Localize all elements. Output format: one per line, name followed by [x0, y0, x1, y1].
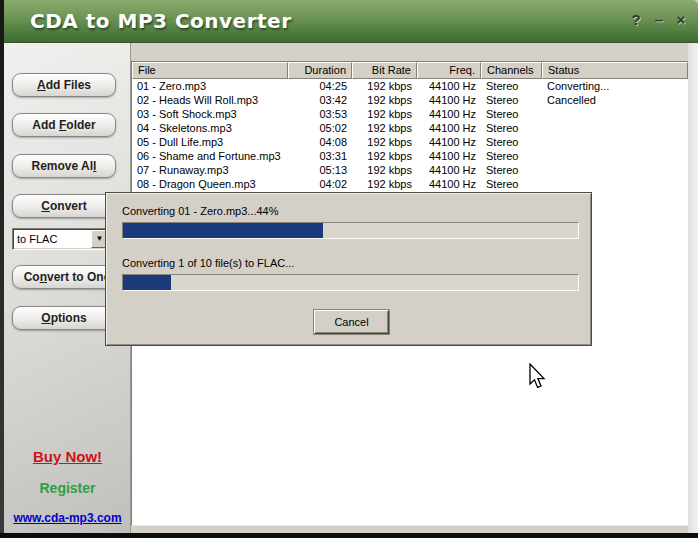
mouse-cursor-icon: [529, 363, 548, 392]
cell-duration: 04:02: [288, 177, 352, 191]
cell-freq-: 44100 Hz: [417, 121, 481, 135]
cell-status: [542, 135, 688, 149]
cell-channels: Stereo: [481, 149, 542, 163]
cell-freq-: 44100 Hz: [417, 135, 481, 149]
help-button[interactable]: ?: [627, 9, 645, 31]
cell-bit-rate: 192 kbps: [352, 121, 417, 135]
progress-fill: [123, 275, 171, 290]
cell-bit-rate: 192 kbps: [352, 79, 417, 93]
cell-duration: 03:31: [288, 149, 352, 163]
cell-file: 06 - Shame and Fortune.mp3: [132, 149, 288, 163]
column-header-freq-[interactable]: Freq.: [417, 62, 481, 79]
table-row[interactable]: 03 - Soft Shock.mp303:53192 kbps44100 Hz…: [132, 107, 688, 121]
cell-file: 07 - Runaway.mp3: [132, 163, 288, 177]
column-header-duration[interactable]: Duration: [288, 62, 352, 79]
register-link[interactable]: Register: [4, 480, 131, 496]
add-files-button[interactable]: Add Files: [12, 73, 116, 97]
current-file-progress-label: Converting 01 - Zero.mp3...44%: [122, 205, 279, 217]
table-row[interactable]: 04 - Skeletons.mp305:02192 kbps44100 HzS…: [132, 121, 688, 135]
cell-bit-rate: 192 kbps: [352, 149, 417, 163]
cancel-button[interactable]: Cancel: [314, 310, 389, 334]
output-format-value: to FLAC: [17, 231, 57, 247]
overall-progress-label: Converting 1 of 10 file(s) to FLAC...: [122, 257, 294, 269]
cell-duration: 05:02: [288, 121, 352, 135]
cell-freq-: 44100 Hz: [417, 107, 481, 121]
current-file-progress-bar: [122, 222, 579, 239]
cell-channels: Stereo: [481, 107, 542, 121]
table-row[interactable]: 06 - Shame and Fortune.mp303:31192 kbps4…: [132, 149, 688, 163]
app-window: CDA to MP3 Converter ? – × Add Files Add…: [0, 0, 698, 538]
column-header-channels[interactable]: Channels: [481, 62, 542, 79]
progress-dialog: Converting 01 - Zero.mp3...44% Convertin…: [105, 192, 592, 346]
cell-bit-rate: 192 kbps: [352, 135, 417, 149]
cell-channels: Stereo: [481, 93, 542, 107]
cell-status: [542, 177, 688, 191]
cell-duration: 03:42: [288, 93, 352, 107]
cell-freq-: 44100 Hz: [417, 149, 481, 163]
title-bar: CDA to MP3 Converter ? – ×: [0, 0, 698, 43]
convert-button[interactable]: Convert: [12, 194, 116, 218]
cell-status: [542, 149, 688, 163]
output-format-select[interactable]: to FLAC ▼: [12, 228, 110, 250]
cell-status: [542, 163, 688, 177]
buy-now-link[interactable]: Buy Now!: [4, 448, 131, 465]
close-button[interactable]: ×: [672, 9, 690, 31]
cell-file: 02 - Heads Will Roll.mp3: [132, 93, 288, 107]
cell-bit-rate: 192 kbps: [352, 93, 417, 107]
cell-freq-: 44100 Hz: [417, 79, 481, 93]
window-border-right: [688, 43, 698, 533]
cell-file: 05 - Dull Life.mp3: [132, 135, 288, 149]
cell-bit-rate: 192 kbps: [352, 163, 417, 177]
options-button[interactable]: Options: [12, 306, 116, 330]
cell-duration: 03:53: [288, 107, 352, 121]
cell-status: [542, 107, 688, 121]
cell-freq-: 44100 Hz: [417, 93, 481, 107]
remove-all-button[interactable]: Remove All: [12, 154, 116, 178]
cell-status: Converting...: [542, 79, 688, 93]
cell-duration: 04:25: [288, 79, 352, 93]
table-row[interactable]: 05 - Dull Life.mp304:08192 kbps44100 HzS…: [132, 135, 688, 149]
cell-channels: Stereo: [481, 135, 542, 149]
cell-status: [542, 121, 688, 135]
cell-status: Cancelled: [542, 93, 688, 107]
cell-file: 03 - Soft Shock.mp3: [132, 107, 288, 121]
table-row[interactable]: 08 - Dragon Queen.mp304:02192 kbps44100 …: [132, 177, 688, 191]
cell-bit-rate: 192 kbps: [352, 177, 417, 191]
cell-duration: 05:13: [288, 163, 352, 177]
cell-channels: Stereo: [481, 79, 542, 93]
table-row[interactable]: 02 - Heads Will Roll.mp303:42192 kbps441…: [132, 93, 688, 107]
cell-duration: 04:08: [288, 135, 352, 149]
cell-file: 08 - Dragon Queen.mp3: [132, 177, 288, 191]
table-row[interactable]: 07 - Runaway.mp305:13192 kbps44100 HzSte…: [132, 163, 688, 177]
file-list-header: FileDurationBit RateFreq.ChannelsStatus: [132, 62, 688, 79]
progress-fill: [123, 223, 323, 238]
column-header-bit-rate[interactable]: Bit Rate: [352, 62, 417, 79]
window-border-left: [0, 0, 4, 538]
cell-freq-: 44100 Hz: [417, 177, 481, 191]
column-header-file[interactable]: File: [132, 62, 288, 79]
cell-channels: Stereo: [481, 177, 542, 191]
file-list-body: 01 - Zero.mp304:25192 kbps44100 HzStereo…: [132, 79, 688, 191]
add-folder-button[interactable]: Add Folder: [12, 113, 116, 137]
cell-channels: Stereo: [481, 121, 542, 135]
column-header-status[interactable]: Status: [542, 62, 688, 79]
cell-freq-: 44100 Hz: [417, 163, 481, 177]
cell-file: 04 - Skeletons.mp3: [132, 121, 288, 135]
cell-channels: Stereo: [481, 163, 542, 177]
window-border-bottom: [0, 533, 698, 538]
cell-file: 01 - Zero.mp3: [132, 79, 288, 93]
website-link[interactable]: www.cda-mp3.com: [4, 511, 131, 525]
overall-progress-bar: [122, 274, 579, 291]
window-title: CDA to MP3 Converter: [30, 0, 292, 42]
minimize-button[interactable]: –: [650, 9, 668, 31]
chevron-down-icon: ▼: [96, 234, 104, 243]
cell-bit-rate: 192 kbps: [352, 107, 417, 121]
table-row[interactable]: 01 - Zero.mp304:25192 kbps44100 HzStereo…: [132, 79, 688, 93]
